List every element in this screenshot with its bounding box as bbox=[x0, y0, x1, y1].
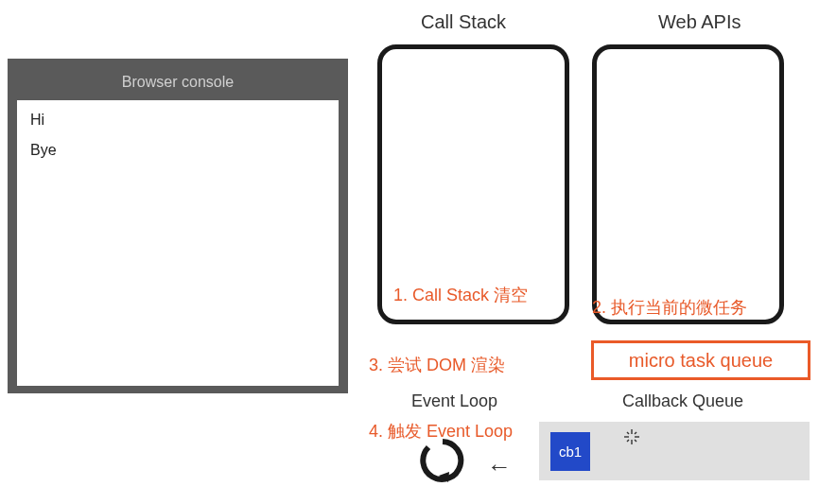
arrow-left-icon: ← bbox=[487, 452, 512, 481]
browser-console-panel: Browser console Hi Bye bbox=[8, 59, 348, 393]
annotation-step3: 3. 尝试 DOM 渲染 bbox=[369, 354, 505, 376]
webapis-label: Web APIs bbox=[658, 11, 741, 33]
webapis-box bbox=[592, 44, 784, 324]
microtask-queue-box: micro task queue bbox=[591, 340, 810, 380]
callstack-label: Call Stack bbox=[421, 11, 506, 33]
console-header: Browser console bbox=[17, 68, 339, 100]
annotation-step1: 1. Call Stack 清空 bbox=[393, 284, 528, 306]
annotation-step2: 2. 执行当前的微任务 bbox=[592, 296, 747, 319]
loop-icon bbox=[416, 434, 469, 487]
callstack-box bbox=[377, 44, 569, 324]
console-line: Bye bbox=[30, 142, 325, 159]
callback-queue-box: cb1 bbox=[539, 422, 810, 480]
callback-item: cb1 bbox=[550, 432, 590, 471]
eventloop-label: Event Loop bbox=[411, 391, 497, 411]
console-body: Hi Bye bbox=[17, 100, 339, 386]
callbackqueue-label: Callback Queue bbox=[622, 391, 743, 411]
console-line: Hi bbox=[30, 112, 325, 129]
microtask-queue-label: micro task queue bbox=[629, 350, 773, 372]
